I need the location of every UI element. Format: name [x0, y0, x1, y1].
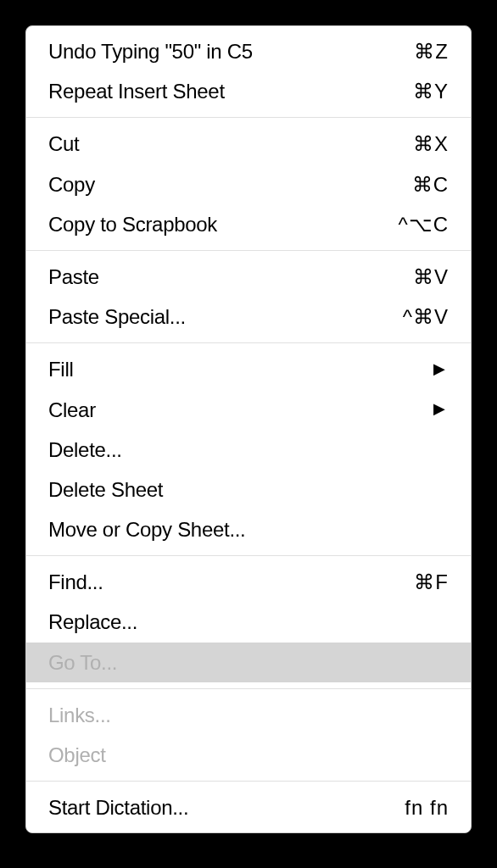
menu-item-label: Undo Typing "50" in C5 — [48, 36, 414, 67]
menu-item-delete[interactable]: Delete... — [26, 430, 471, 470]
menu-item-label: Find... — [48, 566, 414, 598]
menu-item-move-or-copy-sheet[interactable]: Move or Copy Sheet... — [26, 509, 471, 549]
menu-item-start-dictation[interactable]: Start Dictation... fn fn — [26, 787, 471, 827]
menu-item-shortcut: ⌘V — [413, 261, 449, 292]
menu-item-cut[interactable]: Cut ⌘X — [26, 124, 471, 164]
menu-item-repeat[interactable]: Repeat Insert Sheet ⌘Y — [26, 71, 471, 111]
menu-item-label: Copy to Scrapbook — [48, 209, 398, 240]
menu-item-object: Object — [26, 735, 471, 775]
menu-item-find[interactable]: Find... ⌘F — [26, 562, 471, 602]
menu-item-label: Object — [48, 739, 449, 771]
menu-separator — [26, 342, 471, 343]
menu-item-label: Copy — [48, 169, 412, 200]
menu-item-shortcut: fn fn — [405, 792, 449, 823]
menu-item-copy-to-scrapbook[interactable]: Copy to Scrapbook ^⌥C — [26, 204, 471, 244]
menu-item-label: Delete Sheet — [48, 474, 449, 505]
menu-item-shortcut: ⌘Z — [414, 36, 449, 67]
menu-item-label: Go To... — [48, 647, 449, 678]
menu-item-shortcut: ⌘C — [412, 169, 449, 200]
menu-item-label: Paste Special... — [48, 301, 403, 332]
menu-item-label: Delete... — [48, 434, 449, 465]
submenu-arrow-icon: ▶ — [433, 358, 445, 381]
menu-item-label: Fill — [48, 353, 433, 385]
edit-menu: Undo Typing "50" in C5 ⌘Z Repeat Insert … — [25, 25, 472, 833]
menu-item-label: Move or Copy Sheet... — [48, 514, 449, 545]
submenu-arrow-icon: ▶ — [433, 398, 445, 421]
menu-item-fill[interactable]: Fill ▶ — [26, 349, 471, 389]
menu-item-label: Paste — [48, 261, 413, 292]
menu-separator — [26, 117, 471, 118]
menu-item-label: Clear — [48, 394, 433, 426]
menu-item-shortcut: ^⌘V — [403, 301, 449, 332]
menu-separator — [26, 688, 471, 689]
menu-item-shortcut: ^⌥C — [398, 209, 449, 240]
menu-item-label: Links... — [48, 699, 449, 731]
menu-item-shortcut: ⌘F — [414, 566, 449, 598]
menu-item-links: Links... — [26, 695, 471, 735]
menu-item-label: Cut — [48, 128, 413, 159]
menu-item-go-to[interactable]: Go To... — [26, 643, 471, 682]
menu-item-shortcut: ⌘X — [413, 128, 449, 159]
menu-item-paste-special[interactable]: Paste Special... ^⌘V — [26, 297, 471, 337]
menu-item-label: Repeat Insert Sheet — [48, 75, 413, 107]
menu-separator — [26, 555, 471, 556]
menu-item-delete-sheet[interactable]: Delete Sheet — [26, 470, 471, 509]
menu-item-clear[interactable]: Clear ▶ — [26, 390, 471, 430]
menu-item-undo[interactable]: Undo Typing "50" in C5 ⌘Z — [26, 31, 471, 71]
menu-item-replace[interactable]: Replace... — [26, 602, 471, 642]
menu-item-label: Start Dictation... — [48, 792, 405, 823]
menu-item-paste[interactable]: Paste ⌘V — [26, 257, 471, 297]
menu-item-shortcut: ⌘Y — [413, 75, 449, 107]
menu-separator — [26, 250, 471, 251]
menu-item-label: Replace... — [48, 606, 449, 637]
menu-separator — [26, 781, 471, 782]
menu-item-copy[interactable]: Copy ⌘C — [26, 164, 471, 204]
